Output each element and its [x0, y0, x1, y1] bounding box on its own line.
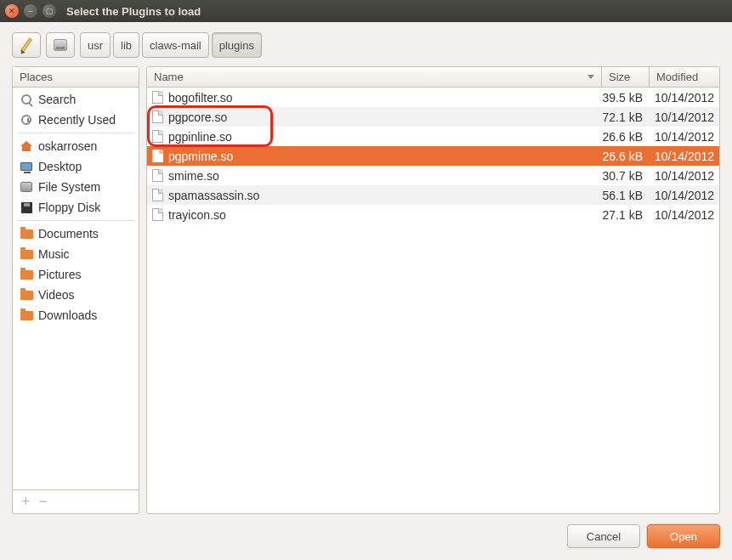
file-modified: 10/14/2012 — [650, 208, 719, 222]
file-size: 39.5 kB — [602, 91, 650, 105]
floppy-icon — [20, 201, 33, 214]
file-name: spamassassin.so — [168, 189, 259, 202]
file-name: pgpinline.so — [168, 130, 232, 144]
sidebar-item-videos[interactable]: Videos — [13, 285, 139, 305]
folder-icon — [20, 288, 33, 302]
pencil-icon — [20, 37, 32, 52]
sidebar-item-search[interactable]: Search — [13, 89, 139, 110]
sidebar-item-music[interactable]: Music — [13, 244, 139, 264]
sidebar-separator — [18, 220, 133, 221]
places-header: Places — [13, 67, 139, 88]
maximize-icon[interactable]: ▢ — [43, 4, 56, 18]
monitor-icon — [20, 160, 33, 173]
sidebar-item-label: Videos — [38, 288, 75, 302]
sidebar-item-label: Floppy Disk — [38, 201, 100, 214]
sidebar-item-file-system[interactable]: File System — [13, 177, 139, 197]
home-icon — [20, 139, 33, 153]
file-modified: 10/14/2012 — [650, 110, 719, 124]
file-name: bogofilter.so — [168, 91, 233, 105]
sidebar-item-downloads[interactable]: Downloads — [13, 305, 139, 325]
file-row[interactable]: trayicon.so27.1 kB10/14/2012 — [147, 205, 719, 224]
file-icon — [152, 150, 163, 162]
sidebar-item-desktop[interactable]: Desktop — [13, 156, 139, 177]
folder-icon — [20, 268, 33, 281]
sidebar-footer: + − — [13, 489, 139, 513]
sidebar-item-label: Pictures — [38, 268, 82, 281]
folder-icon — [20, 308, 33, 322]
breadcrumb-claws-mail[interactable]: claws-mail — [142, 32, 209, 58]
dialog-footer: Cancel Open — [12, 524, 720, 548]
file-list-pane: Name Size Modified bogofilter.so39.5 kB1… — [146, 66, 720, 514]
file-icon — [152, 91, 163, 104]
sidebar-item-label: Desktop — [38, 160, 82, 173]
sidebar-item-label: Downloads — [38, 308, 97, 322]
breadcrumb-lib[interactable]: lib — [113, 32, 139, 58]
sidebar-item-oskarrosen[interactable]: oskarrosen — [13, 136, 139, 156]
file-size: 56.1 kB — [602, 189, 650, 202]
file-name: smime.so — [168, 169, 219, 183]
sidebar-item-label: Documents — [38, 227, 99, 240]
folder-icon — [20, 227, 33, 240]
sidebar-item-label: Music — [38, 247, 70, 261]
sidebar-item-floppy-disk[interactable]: Floppy Disk — [13, 197, 139, 218]
root-drive-button[interactable] — [46, 32, 75, 58]
close-icon[interactable]: ✕ — [5, 4, 19, 18]
titlebar: ✕ – ▢ Select the Plugins to load — [0, 0, 732, 22]
file-row[interactable]: pgpcore.so72.1 kB10/14/2012 — [147, 107, 719, 127]
path-toolbar: usrlibclaws-mailplugins — [12, 32, 720, 58]
file-modified: 10/14/2012 — [650, 189, 719, 202]
file-row[interactable]: pgpmime.so26.6 kB10/14/2012 — [147, 146, 719, 166]
file-size: 26.6 kB — [602, 130, 650, 144]
file-size: 72.1 kB — [602, 110, 650, 124]
sidebar-item-label: oskarrosen — [38, 139, 97, 153]
open-button[interactable]: Open — [647, 524, 720, 548]
drive-icon — [20, 180, 33, 194]
clock-icon — [20, 113, 33, 127]
column-modified[interactable]: Modified — [650, 67, 719, 87]
column-size[interactable]: Size — [602, 67, 650, 87]
file-modified: 10/14/2012 — [650, 169, 719, 183]
sidebar-item-documents[interactable]: Documents — [13, 223, 139, 244]
file-icon — [152, 169, 163, 182]
sidebar-item-label: Recently Used — [38, 113, 116, 127]
sidebar-item-label: File System — [38, 180, 100, 194]
sidebar-item-label: Search — [38, 93, 76, 106]
file-row[interactable]: bogofilter.so39.5 kB10/14/2012 — [147, 88, 719, 107]
drive-icon — [54, 39, 67, 51]
edit-path-button[interactable] — [12, 32, 41, 58]
file-row[interactable]: pgpinline.so26.6 kB10/14/2012 — [147, 127, 719, 146]
breadcrumb-plugins[interactable]: plugins — [212, 32, 262, 58]
add-bookmark-button[interactable]: + — [21, 493, 31, 511]
file-icon — [152, 130, 163, 143]
file-name: pgpcore.so — [168, 110, 227, 124]
sidebar-item-recently-used[interactable]: Recently Used — [13, 110, 139, 130]
sort-indicator-icon — [587, 75, 594, 79]
sidebar-item-pictures[interactable]: Pictures — [13, 264, 139, 285]
breadcrumb-usr[interactable]: usr — [80, 32, 111, 58]
remove-bookmark-button[interactable]: − — [39, 493, 48, 511]
file-size: 26.6 kB — [602, 150, 650, 163]
file-row[interactable]: spamassassin.so56.1 kB10/14/2012 — [147, 185, 719, 205]
file-modified: 10/14/2012 — [650, 91, 719, 105]
file-modified: 10/14/2012 — [650, 130, 719, 144]
file-size: 27.1 kB — [602, 208, 650, 222]
file-size: 30.7 kB — [602, 169, 650, 183]
places-sidebar: Places SearchRecently UsedoskarrosenDesk… — [12, 66, 139, 514]
file-row[interactable]: smime.so30.7 kB10/14/2012 — [147, 166, 719, 185]
sidebar-separator — [18, 133, 133, 133]
window-title: Select the Plugins to load — [66, 5, 201, 18]
file-name: trayicon.so — [168, 208, 226, 222]
file-name: pgpmime.so — [168, 150, 233, 163]
file-modified: 10/14/2012 — [650, 150, 719, 163]
magnifier-icon — [20, 93, 33, 106]
folder-icon — [20, 247, 33, 261]
file-icon — [152, 189, 163, 201]
column-headers: Name Size Modified — [147, 67, 719, 88]
column-name[interactable]: Name — [147, 67, 602, 87]
file-icon — [152, 208, 163, 221]
cancel-button[interactable]: Cancel — [567, 524, 640, 548]
file-icon — [152, 110, 163, 123]
minimize-icon[interactable]: – — [24, 4, 37, 18]
